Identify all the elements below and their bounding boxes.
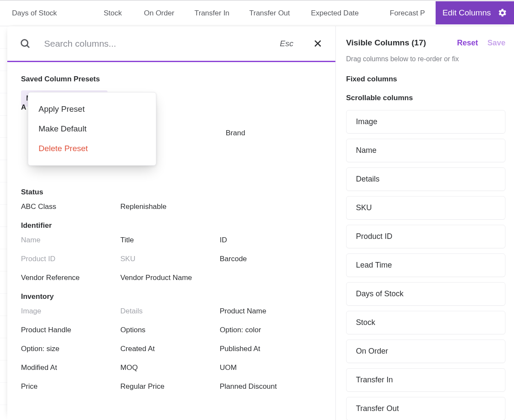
- header-col-on-order[interactable]: On Order: [144, 9, 194, 18]
- attribute-section-peek: A: [21, 103, 26, 112]
- visible-col-stock[interactable]: Stock: [346, 311, 505, 334]
- column-option-abc-class[interactable]: ABC Class: [21, 203, 120, 211]
- header-col-transfer-out[interactable]: Transfer Out: [249, 9, 311, 18]
- scrollable-columns-list: Image Name Details SKU Product ID Lead T…: [346, 110, 505, 420]
- column-option-uom[interactable]: UOM: [220, 363, 319, 372]
- column-option-option-color[interactable]: Option: color: [220, 326, 319, 334]
- preset-menu: Apply Preset Make Default Delete Preset: [28, 92, 156, 166]
- visible-columns-panel: Visible Columns (17) Reset Save Drag col…: [336, 26, 514, 420]
- column-picker-panel: Esc ✕ Saved Column Presets My Preset A A…: [7, 26, 514, 420]
- visible-columns-title: Visible Columns (17): [346, 38, 448, 48]
- column-option-product-handle[interactable]: Product Handle: [21, 326, 120, 334]
- visible-col-transfer-in[interactable]: Transfer In: [346, 368, 505, 392]
- column-option-image[interactable]: Image: [21, 307, 120, 316]
- visible-columns-header: Visible Columns (17) Reset Save: [346, 38, 505, 48]
- edit-columns-button[interactable]: Edit Columns: [436, 1, 514, 24]
- column-option-vendor-reference[interactable]: Vendor Reference: [21, 274, 120, 282]
- column-option-details[interactable]: Details: [120, 307, 220, 316]
- visible-col-on-order[interactable]: On Order: [346, 340, 505, 363]
- preset-menu-delete[interactable]: Delete Preset: [28, 139, 156, 158]
- group-title-identifier: Identifier: [21, 221, 322, 230]
- group-title-status: Status: [21, 188, 322, 197]
- reset-button[interactable]: Reset: [457, 39, 478, 48]
- column-option-name[interactable]: Name: [21, 236, 120, 244]
- edit-columns-label: Edit Columns: [442, 8, 491, 18]
- preset-menu-make-default[interactable]: Make Default: [28, 119, 156, 139]
- esc-hint: Esc: [280, 39, 293, 48]
- svg-line-1: [27, 45, 30, 48]
- svg-point-0: [21, 39, 28, 46]
- visible-col-details[interactable]: Details: [346, 167, 505, 191]
- header-col-transfer-in[interactable]: Transfer In: [194, 9, 249, 18]
- preset-menu-apply[interactable]: Apply Preset: [28, 99, 156, 119]
- visible-col-transfer-out[interactable]: Transfer Out: [346, 397, 505, 420]
- visible-columns-hint: Drag columns below to re-order or fix: [346, 55, 505, 63]
- column-option-title[interactable]: Title: [120, 236, 220, 244]
- visible-col-sku[interactable]: SKU: [346, 196, 505, 220]
- column-option-product-id[interactable]: Product ID: [21, 255, 120, 263]
- column-option-published-at[interactable]: Published At: [220, 345, 319, 353]
- scrollable-columns-label: Scrollable columns: [346, 94, 505, 102]
- group-title-inventory: Inventory: [21, 292, 322, 301]
- column-option-vendor-product-name[interactable]: Vendor Product Name: [120, 274, 220, 282]
- column-option-moq[interactable]: MOQ: [120, 363, 220, 372]
- presets-section-title: Saved Column Presets: [21, 75, 322, 83]
- search-icon: [19, 38, 31, 50]
- column-option-id[interactable]: ID: [220, 236, 319, 244]
- header-col-expected-date[interactable]: Expected Date: [311, 9, 390, 18]
- column-option-option-size[interactable]: Option: size: [21, 345, 120, 353]
- close-icon[interactable]: ✕: [311, 36, 325, 51]
- header-col-stock[interactable]: Stock: [104, 9, 144, 18]
- visible-col-image[interactable]: Image: [346, 110, 505, 134]
- app-root: Days of Stock Stock On Order Transfer In…: [0, 0, 514, 420]
- column-option-planned-discount[interactable]: Planned Discount: [220, 382, 319, 391]
- save-button[interactable]: Save: [487, 39, 505, 48]
- group-identifier: Identifier Name Title ID Product ID SKU …: [21, 221, 322, 282]
- left-body: Saved Column Presets My Preset A Apply P…: [7, 62, 335, 391]
- fixed-columns-label: Fixed columns: [346, 75, 505, 83]
- group-inventory: Inventory Image Details Product Name Pro…: [21, 292, 322, 391]
- visible-col-name[interactable]: Name: [346, 139, 505, 162]
- column-option-options[interactable]: Options: [120, 326, 220, 334]
- search-row: Esc ✕: [7, 26, 335, 62]
- column-option-product-name[interactable]: Product Name: [220, 307, 319, 316]
- column-option-sku[interactable]: SKU: [120, 255, 220, 263]
- gear-icon: [498, 8, 507, 18]
- column-option-brand[interactable]: Brand: [226, 129, 245, 137]
- visible-col-product-id[interactable]: Product ID: [346, 225, 505, 248]
- column-option-regular-price[interactable]: Regular Price: [120, 382, 220, 391]
- visible-col-lead-time[interactable]: Lead Time: [346, 253, 505, 277]
- group-status: Status ABC Class Replenishable: [21, 188, 322, 211]
- column-option-price[interactable]: Price: [21, 382, 120, 391]
- header-col-days-of-stock[interactable]: Days of Stock: [12, 9, 104, 18]
- search-input[interactable]: [44, 39, 267, 49]
- column-option-modified-at[interactable]: Modified At: [21, 363, 120, 372]
- visible-col-days-of-stock[interactable]: Days of Stock: [346, 282, 505, 306]
- column-option-replenishable[interactable]: Replenishable: [120, 203, 220, 211]
- column-option-barcode[interactable]: Barcode: [220, 255, 319, 263]
- column-picker-left: Esc ✕ Saved Column Presets My Preset A A…: [7, 26, 336, 420]
- column-option-created-at[interactable]: Created At: [120, 345, 220, 353]
